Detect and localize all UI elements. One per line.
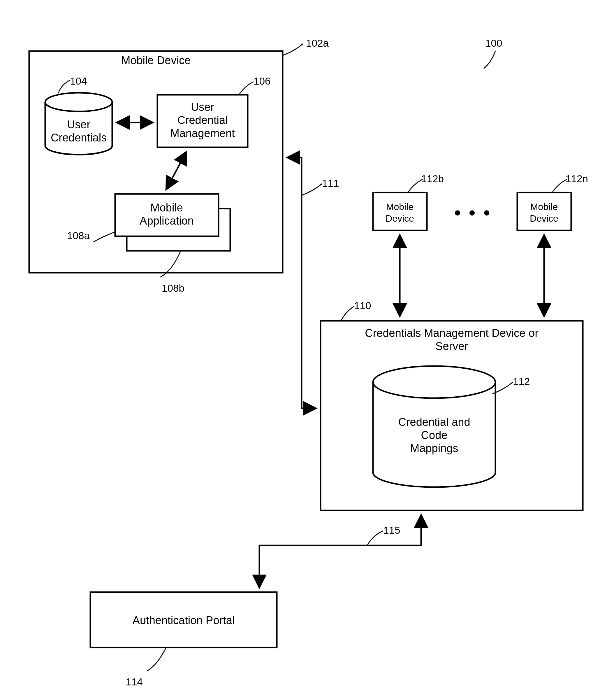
link-111: 111 <box>287 158 339 408</box>
svg-text:User: User <box>191 101 215 113</box>
ref-112b: 112b <box>421 173 444 184</box>
mobile-device-a: Mobile Device 102a User Credentials 104 … <box>29 37 329 294</box>
figure-ref: 100 <box>484 37 502 68</box>
svg-text:Application: Application <box>140 215 194 227</box>
ref-106: 106 <box>254 75 270 87</box>
svg-text:Mobile: Mobile <box>530 202 558 212</box>
ref-112: 112 <box>513 376 530 387</box>
svg-text:Credentials: Credentials <box>51 132 107 144</box>
mobile-device-b: Mobile Device 112b <box>373 173 444 230</box>
svg-text:Device: Device <box>385 213 414 224</box>
ref-108b: 108b <box>162 282 184 294</box>
credentials-server: Credentials Management Device or Server … <box>321 300 583 510</box>
server-title-2: Server <box>435 340 468 352</box>
svg-text:Mappings: Mappings <box>410 442 458 454</box>
mobile-device-a-title: Mobile Device <box>121 54 191 66</box>
svg-text:User: User <box>67 118 91 131</box>
ref-114: 114 <box>126 676 143 687</box>
arrow-mgmt-to-app <box>166 152 187 190</box>
server-title-1: Credentials Management Device or <box>365 327 538 339</box>
svg-point-16 <box>455 210 460 215</box>
svg-text:Mobile: Mobile <box>386 202 413 212</box>
svg-text:100: 100 <box>485 37 502 49</box>
ref-108a: 108a <box>67 230 90 241</box>
authentication-portal: Authentication Portal 114 <box>90 592 277 687</box>
svg-text:Device: Device <box>530 213 558 224</box>
ref-102a: 102a <box>306 37 329 49</box>
user-cred-mgmt-box: User Credential Management <box>157 95 248 147</box>
svg-point-18 <box>484 210 489 215</box>
user-credentials-db: User Credentials <box>45 93 112 154</box>
ref-111: 111 <box>322 177 339 189</box>
ref-112n: 112n <box>565 173 588 184</box>
svg-point-23 <box>373 366 495 398</box>
svg-text:Credential and: Credential and <box>398 416 470 428</box>
ellipsis-dots <box>455 210 489 215</box>
svg-point-17 <box>470 210 475 215</box>
svg-point-2 <box>45 93 112 111</box>
mobile-device-n: Mobile Device 112n <box>517 173 588 230</box>
link-115: 115 <box>259 515 421 588</box>
svg-text:Management: Management <box>170 127 235 139</box>
ref-110: 110 <box>354 300 371 311</box>
mobile-application-box: Mobile Application <box>115 194 230 251</box>
ref-115: 115 <box>383 524 400 536</box>
credential-code-mappings-db: Credential and Code Mappings <box>373 366 495 487</box>
svg-text:Mobile: Mobile <box>150 202 183 214</box>
svg-text:Code: Code <box>421 429 448 441</box>
svg-text:Credential: Credential <box>177 114 228 126</box>
ref-104: 104 <box>70 75 87 87</box>
auth-portal-label: Authentication Portal <box>132 614 235 626</box>
